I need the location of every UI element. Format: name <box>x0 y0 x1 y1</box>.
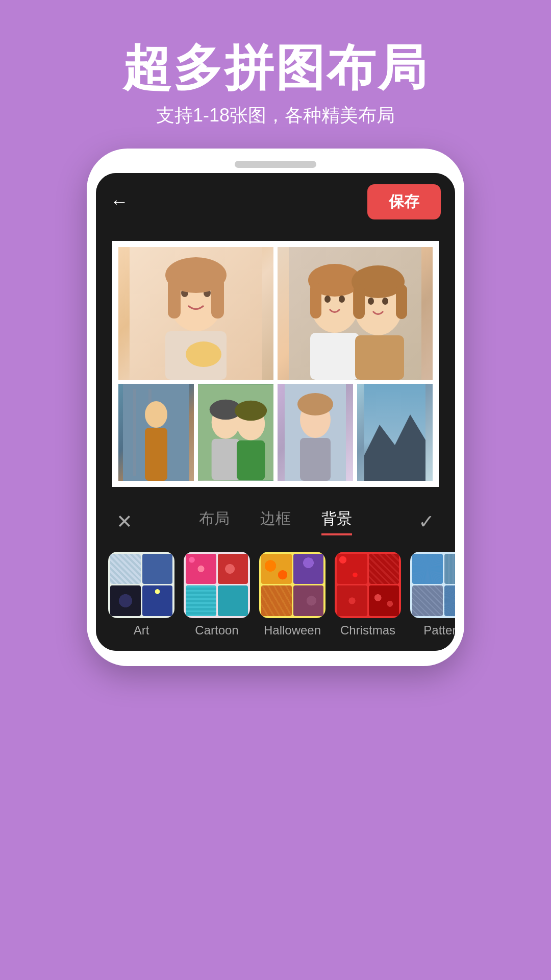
svg-point-35 <box>235 400 267 420</box>
halloween-label: Halloween <box>264 623 321 638</box>
category-scroll: Art Cartoon <box>96 547 455 646</box>
svg-rect-41 <box>300 438 331 481</box>
svg-point-40 <box>297 393 333 415</box>
category-halloween[interactable]: Halloween <box>259 552 325 638</box>
halloween-thumb <box>259 552 325 618</box>
svg-rect-6 <box>168 278 181 318</box>
category-art[interactable]: Art <box>108 552 174 638</box>
sub-title: 支持1-18张图，各种精美布局 <box>0 103 551 128</box>
christmas-thumb <box>335 552 401 618</box>
svg-rect-30 <box>145 428 167 481</box>
bottom-panel: ✕ 布局 边框 背景 ✓ Art <box>96 497 455 651</box>
collage-cell-6[interactable] <box>357 384 433 481</box>
svg-point-21 <box>339 296 345 303</box>
header-section: 超多拼图布局 支持1-18张图，各种精美布局 <box>0 0 551 149</box>
christmas-label: Christmas <box>340 623 395 638</box>
confirm-button[interactable]: ✓ <box>418 510 435 533</box>
svg-rect-27 <box>133 389 136 476</box>
svg-rect-18 <box>354 284 365 319</box>
svg-rect-15 <box>310 283 321 318</box>
collage-cell-1[interactable] <box>118 247 273 380</box>
phone-screen: ← 保存 <box>96 173 455 651</box>
tab-layout[interactable]: 布局 <box>199 508 230 535</box>
main-title: 超多拼图布局 <box>0 41 551 95</box>
back-button[interactable]: ← <box>110 191 129 212</box>
collage-grid <box>118 247 433 481</box>
phone-mockup: ← 保存 <box>87 149 464 666</box>
svg-rect-25 <box>355 335 404 380</box>
svg-point-29 <box>145 401 167 428</box>
tab-background[interactable]: 背景 <box>321 508 352 535</box>
category-christmas[interactable]: Christmas <box>335 552 401 638</box>
collage-cell-5[interactable] <box>278 384 353 481</box>
pattern-label: Pattern <box>423 623 455 638</box>
collage-cell-3[interactable] <box>118 384 194 481</box>
svg-rect-37 <box>237 440 265 480</box>
tabs-center: 布局 边框 背景 <box>199 508 352 535</box>
svg-point-22 <box>368 298 374 305</box>
svg-point-23 <box>382 298 388 305</box>
svg-rect-7 <box>211 278 224 318</box>
collage-cell-4[interactable] <box>198 384 273 481</box>
svg-point-20 <box>324 296 331 303</box>
collage-row-2 <box>118 384 433 481</box>
canvas-area <box>96 231 455 497</box>
cartoon-label: Cartoon <box>195 623 238 638</box>
svg-rect-24 <box>310 333 359 380</box>
collage-cell-2[interactable] <box>278 247 433 380</box>
category-pattern[interactable]: Pattern <box>410 552 455 638</box>
app-topbar: ← 保存 <box>96 173 455 231</box>
svg-rect-19 <box>396 284 407 319</box>
phone-notch <box>235 161 316 168</box>
category-cartoon[interactable]: Cartoon <box>184 552 250 638</box>
art-thumb <box>108 552 174 618</box>
close-button[interactable]: ✕ <box>116 510 133 533</box>
svg-rect-36 <box>212 438 240 480</box>
save-button[interactable]: 保存 <box>367 184 441 219</box>
tab-border[interactable]: 边框 <box>260 508 291 535</box>
svg-point-9 <box>186 341 221 367</box>
cartoon-thumb <box>184 552 250 618</box>
pattern-thumb <box>410 552 455 618</box>
art-label: Art <box>134 623 149 638</box>
tab-bar: ✕ 布局 边框 背景 ✓ <box>96 497 455 547</box>
collage-row-1 <box>118 247 433 380</box>
collage-container <box>112 241 439 487</box>
